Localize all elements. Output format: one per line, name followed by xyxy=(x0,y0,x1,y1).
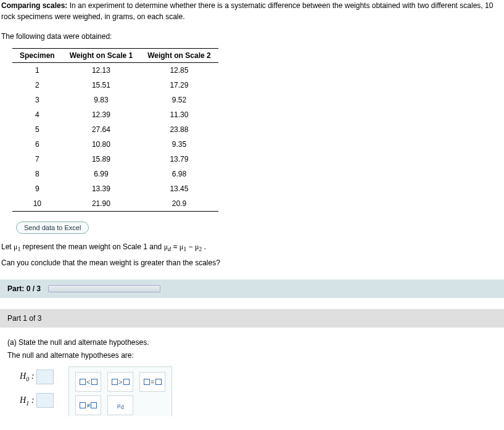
question-line: Can you conclude that the mean weight is… xyxy=(0,252,504,267)
th-scale1: Weight on Scale 1 xyxy=(62,49,140,63)
table-row: 610.809.35 xyxy=(12,137,218,152)
part-a-line: (a) State the null and alternate hypothe… xyxy=(7,336,503,349)
intro-following: The following data were obtained: xyxy=(0,25,504,44)
palette-eq-button[interactable]: = xyxy=(139,372,165,392)
palette-lt-button[interactable]: < xyxy=(75,372,101,392)
table-row: 913.3913.45 xyxy=(12,181,218,196)
palette-mud-button[interactable]: μd xyxy=(107,395,133,415)
h0-input[interactable] xyxy=(36,370,54,384)
intro-rest: In an experiment to determine whether th… xyxy=(1,1,493,21)
progress-row: Part: 0 / 3 xyxy=(0,279,504,298)
progress-label: Part: 0 / 3 xyxy=(7,284,41,293)
part-a-subline: The null and alternate hypotheses are: xyxy=(7,349,503,362)
table-row: 39.839.52 xyxy=(12,93,218,107)
intro-bold: Comparing scales: xyxy=(1,1,67,10)
table-row: 1021.9020.9 xyxy=(12,196,218,212)
data-table: Specimen Weight on Scale 1 Weight on Sca… xyxy=(12,48,218,212)
table-row: 86.996.98 xyxy=(12,167,218,181)
h1-input[interactable] xyxy=(36,393,54,408)
palette-ne-button[interactable]: ≠ xyxy=(75,395,101,415)
table-row: 215.5117.29 xyxy=(12,78,218,93)
send-to-excel-button[interactable]: Send data to Excel xyxy=(16,221,89,234)
table-row: 715.8913.79 xyxy=(12,152,218,167)
part-body: (a) State the null and alternate hypothe… xyxy=(0,328,504,416)
let-line: Let μ1 represent the mean weight on Scal… xyxy=(0,234,504,252)
table-row: 412.3911.30 xyxy=(12,107,218,122)
th-scale2: Weight on Scale 2 xyxy=(140,49,218,63)
table-row: 527.6423.88 xyxy=(12,122,218,137)
part-header: Part 1 of 3 xyxy=(0,309,504,328)
intro-block: Comparing scales: In an experiment to de… xyxy=(0,0,504,25)
symbol-palette: < > = ≠ μd xyxy=(68,366,172,416)
palette-gt-button[interactable]: > xyxy=(107,372,133,392)
progress-bar xyxy=(48,285,160,292)
table-row: 112.1312.85 xyxy=(12,63,218,78)
hypothesis-labels: H0 : H1 : xyxy=(20,366,54,408)
th-specimen: Specimen xyxy=(12,49,62,63)
